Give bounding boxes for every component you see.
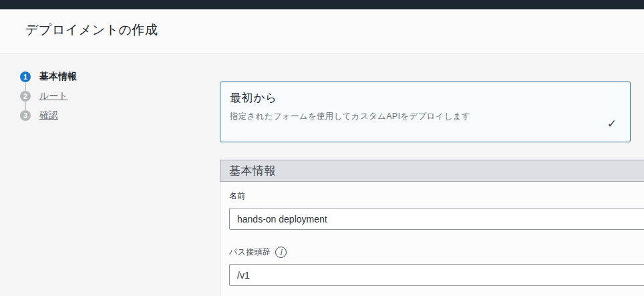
step-1-badge: 1 — [20, 71, 31, 82]
name-field-group: 名前 — [229, 190, 644, 230]
stepper-step-basic-info: 1 基本情報 — [20, 71, 77, 82]
stepper-step-routes[interactable]: 2 ルート — [20, 91, 77, 102]
selected-check-icon: ✓ — [607, 117, 617, 131]
from-scratch-option-card[interactable]: 最初から 指定されたフォームを使用してカスタムAPIをデプロイします ✓ — [220, 82, 631, 142]
step-2-badge: 2 — [20, 91, 31, 102]
path-prefix-label: パス接頭辞 — [229, 247, 271, 258]
wizard-stepper: 1 基本情報 2 ルート 3 確認 — [20, 71, 77, 121]
page-header: デプロイメントの作成 — [0, 9, 644, 53]
top-navigation-bar — [0, 0, 644, 9]
step-3-badge: 3 — [20, 110, 31, 121]
step-1-label: 基本情報 — [39, 71, 77, 83]
info-icon-glyph: i — [280, 249, 283, 256]
page-body: 1 基本情報 2 ルート 3 確認 最初から 指定されたフォームを使用してカスタ… — [0, 53, 644, 296]
name-field-label-row: 名前 — [229, 190, 644, 202]
name-field-label: 名前 — [229, 190, 246, 202]
info-icon[interactable]: i — [275, 247, 287, 258]
option-card-description: 指定されたフォームを使用してカスタムAPIをデプロイします — [230, 111, 630, 122]
step-connector — [25, 82, 26, 91]
create-deployment-wizard: デプロイメントの作成 1 基本情報 2 ルート 3 確認 最初から 指定されたフ… — [0, 0, 644, 296]
path-prefix-label-row: パス接頭辞 i — [229, 247, 644, 258]
stepper-step-review[interactable]: 3 確認 — [20, 110, 77, 121]
path-prefix-field-group: パス接頭辞 i — [229, 247, 644, 286]
name-input[interactable] — [229, 208, 644, 230]
step-2-link[interactable]: ルート — [39, 90, 68, 102]
step-3-link[interactable]: 確認 — [39, 110, 58, 122]
option-card-title: 最初から — [230, 90, 630, 106]
section-body: 名前 パス接頭辞 i — [220, 182, 644, 296]
page-title: デプロイメントの作成 — [25, 21, 158, 39]
section-title: 基本情報 — [229, 164, 276, 177]
step-connector — [25, 102, 26, 110]
path-prefix-input[interactable] — [229, 264, 644, 286]
section-header: 基本情報 — [220, 160, 644, 182]
wizard-content: 最初から 指定されたフォームを使用してカスタムAPIをデプロイします ✓ 基本情… — [220, 82, 644, 296]
basic-info-section: 基本情報 名前 パス接頭辞 i — [220, 160, 644, 296]
